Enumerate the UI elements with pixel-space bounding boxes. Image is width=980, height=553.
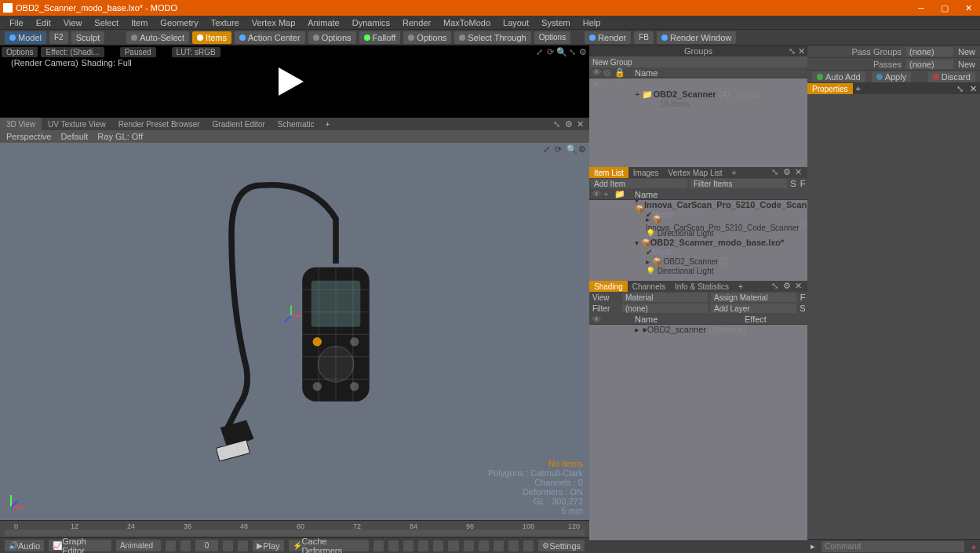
sh-s-button[interactable]: S: [798, 304, 807, 313]
item-row[interactable]: ▸ 📦 Innova_CarScan_Pro_5210_Code_Scanner…: [589, 219, 807, 228]
menu-vertexmap[interactable]: Vertex Map: [247, 18, 301, 27]
menu-item[interactable]: Item: [126, 18, 152, 27]
tab-add-itemlist[interactable]: +: [727, 167, 741, 178]
menu-geometry[interactable]: Geometry: [155, 18, 202, 27]
f2-button[interactable]: F2: [49, 31, 68, 44]
play-button[interactable]: ▶ Play: [253, 540, 283, 551]
vp-perspective[interactable]: Perspective: [6, 132, 51, 141]
rp-options[interactable]: Options: [2, 47, 38, 57]
bb-ic5[interactable]: [433, 540, 443, 551]
vp-gear-icon[interactable]: ⚙: [565, 119, 574, 129]
autoadd-button[interactable]: Auto Add: [812, 71, 865, 82]
rp-gear-icon[interactable]: ⚙: [578, 47, 588, 56]
options1-button[interactable]: Options: [308, 31, 356, 44]
bb-ic3[interactable]: [403, 540, 413, 551]
settings-button[interactable]: ⚙ Settings: [538, 540, 585, 551]
render-button[interactable]: Render: [585, 31, 631, 44]
row-eye-icon[interactable]: 👁: [592, 79, 600, 89]
groups-expand-icon[interactable]: ⤡: [789, 46, 796, 56]
menu-maxtomodo[interactable]: MaxToModo: [439, 18, 495, 27]
tab-renderpreset[interactable]: Render Preset Browser: [112, 118, 206, 130]
tab-shading[interactable]: Shading: [589, 281, 628, 292]
vp-zoom-icon[interactable]: 🔍: [567, 144, 576, 154]
filter-items-input[interactable]: Filter Items: [690, 179, 787, 188]
viewport-3d[interactable]: ⤢ ⟳ 🔍 ⚙: [0, 143, 589, 520]
selectthrough-button[interactable]: Select Through: [454, 31, 530, 44]
tab-vertexmap[interactable]: Vertex Map List: [664, 167, 727, 178]
rp-expand-icon[interactable]: ⤡: [567, 47, 577, 56]
items-button[interactable]: Items: [192, 31, 231, 44]
menu-animate[interactable]: Animate: [303, 18, 344, 27]
options3-button[interactable]: Options: [534, 31, 570, 44]
model-button[interactable]: Model: [5, 31, 46, 44]
il-gear-icon[interactable]: ⚙: [783, 167, 792, 176]
item-row[interactable]: ▾ 📦 Innova_CarScan_Pro_5210_Code_Scanner…: [589, 200, 807, 209]
eye-icon[interactable]: 👁: [592, 67, 600, 78]
menu-view[interactable]: View: [59, 18, 87, 27]
view-select[interactable]: Material: [622, 293, 708, 302]
lock-icon[interactable]: 🔒: [614, 67, 622, 78]
animated-select[interactable]: Animated: [116, 540, 161, 551]
item-row[interactable]: 💡 Directional Light: [589, 266, 807, 275]
bb-ic7[interactable]: [464, 540, 474, 551]
audio-button[interactable]: 🔊 Audio: [5, 540, 44, 551]
properties-tab[interactable]: Properties: [807, 83, 853, 94]
sh-f-button[interactable]: F: [798, 293, 807, 302]
actioncenter-button[interactable]: Action Center: [235, 31, 305, 44]
il-eye-icon[interactable]: 👁: [592, 189, 600, 199]
rp-zoom-icon[interactable]: 🔍: [556, 47, 566, 56]
material-row[interactable]: ▸ ● OBD2_scanner (Material): [589, 325, 807, 334]
rp-camera[interactable]: (Render Camera): [11, 58, 78, 67]
group-item[interactable]: + 📁 OBD2_Scanner (4) : Group: [589, 89, 807, 99]
vp-close-icon[interactable]: ✕: [577, 119, 586, 129]
rp-effect[interactable]: Effect: (Shadi...: [41, 47, 104, 57]
il-close-icon[interactable]: ✕: [795, 167, 804, 176]
play-icon[interactable]: [279, 67, 304, 96]
rp-move-icon[interactable]: ⤢: [534, 47, 544, 56]
bb-ic2[interactable]: [388, 540, 399, 551]
menu-layout[interactable]: Layout: [498, 18, 534, 27]
menu-edit[interactable]: Edit: [31, 18, 56, 27]
tab-itemlist[interactable]: Item List: [589, 167, 628, 178]
sh-close-icon[interactable]: ✕: [795, 281, 804, 290]
fb-button[interactable]: FB: [634, 31, 654, 44]
next-frame-icon[interactable]: [223, 540, 233, 551]
falloff-button[interactable]: Falloff: [359, 31, 401, 44]
add-layer-button[interactable]: Add Layer: [711, 304, 796, 313]
tab-3dview[interactable]: 3D View: [0, 118, 42, 130]
vp-gear2-icon[interactable]: ⚙: [578, 144, 588, 154]
properties-close-icon[interactable]: ✕: [967, 84, 980, 94]
item-row[interactable]: ▾ 📦 OBD2_Scanner_modo_base.lxo*: [589, 238, 807, 247]
menu-system[interactable]: System: [537, 18, 575, 27]
filter-select[interactable]: (none): [622, 304, 708, 313]
cmd-record-icon[interactable]: ●: [967, 542, 980, 551]
target-icon[interactable]: ◎: [603, 67, 611, 78]
properties-expand-icon[interactable]: ⤡: [953, 84, 967, 94]
timeline[interactable]: 0 12 24 36 48 60 72 84 96 108 120: [0, 520, 589, 537]
apply-button[interactable]: Apply: [872, 71, 912, 82]
rp-paused[interactable]: Paused: [120, 47, 156, 57]
cachedeformers-button[interactable]: ⚡ Cache Deformers: [289, 540, 369, 551]
vp-raygl[interactable]: Ray GL: Off: [97, 132, 143, 141]
sculpt-button[interactable]: Sculpt: [71, 31, 105, 44]
s-button[interactable]: S: [789, 179, 798, 188]
passgroups-new[interactable]: New: [958, 47, 975, 56]
tab-add-shading[interactable]: +: [734, 281, 748, 292]
close-button[interactable]: ✕: [956, 0, 980, 16]
tab-infostats[interactable]: Info & Statistics: [670, 281, 734, 292]
bb-ic1[interactable]: [373, 540, 384, 551]
menu-texture[interactable]: Texture: [206, 18, 244, 27]
passes-new[interactable]: New: [958, 60, 975, 69]
tab-gradient[interactable]: Gradient Editor: [206, 118, 271, 130]
assign-material-button[interactable]: Assign Material: [711, 293, 796, 302]
command-input[interactable]: Command: [822, 541, 964, 552]
cmd-arrow-icon[interactable]: ▸: [807, 541, 818, 551]
vp-expand-icon[interactable]: ⤡: [553, 119, 563, 129]
sh-expand-icon[interactable]: ⤡: [771, 281, 781, 290]
menu-dynamics[interactable]: Dynamics: [348, 18, 395, 27]
renderwindow-button[interactable]: Render Window: [657, 31, 736, 44]
bb-ic11[interactable]: [523, 540, 534, 551]
vp-rotate-icon[interactable]: ⟳: [555, 144, 564, 154]
prev-frame-icon[interactable]: [180, 540, 191, 551]
bb-ic9[interactable]: [494, 540, 504, 551]
